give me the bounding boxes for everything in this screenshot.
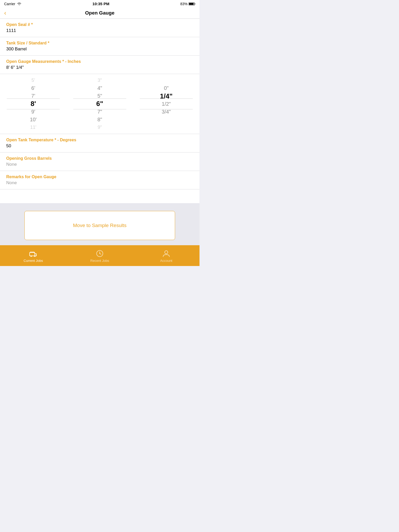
content-area: Open Seal # * 1111 Tank Size / Standard … <box>0 19 200 203</box>
tab-recent-jobs[interactable]: Recent Jobs <box>66 249 133 263</box>
picker-inches-6[interactable]: 6" <box>66 100 133 108</box>
picker-inches-8[interactable]: 8" <box>66 116 133 123</box>
gross-barrels-value: None <box>6 162 193 167</box>
open-gauge-measurements-value: 8' 6" 1/4" <box>6 65 193 70</box>
account-label: Account <box>160 259 172 263</box>
picker-quarter-empty2 <box>133 116 200 123</box>
remarks-field[interactable]: Remarks for Open Gauge None <box>0 171 200 189</box>
tank-size-field[interactable]: Tank Size / Standard * 300 Barrel <box>0 37 200 56</box>
svg-point-12 <box>99 253 100 254</box>
tank-size-label: Tank Size / Standard * <box>6 41 193 45</box>
open-seal-field[interactable]: Open Seal # * 1111 <box>0 19 200 37</box>
wifi-icon <box>17 2 22 6</box>
svg-point-4 <box>31 255 32 257</box>
picker-feet-10[interactable]: 10' <box>0 116 66 123</box>
page-title: Open Gauge <box>4 10 195 16</box>
remarks-label: Remarks for Open Gauge <box>6 175 193 179</box>
picker-inches-5[interactable]: 5" <box>66 92 133 100</box>
svg-rect-1 <box>195 3 195 4</box>
picker-feet-9[interactable]: 9' <box>0 108 66 116</box>
open-gauge-measurements-label: Open Gauge Measurements * - Inches <box>6 59 193 64</box>
current-jobs-icon <box>29 249 37 258</box>
picker-quarter-34[interactable]: 3/4" <box>133 108 200 116</box>
picker-inches-9[interactable]: 9" <box>66 123 133 131</box>
open-seal-value: 1111 <box>6 28 193 33</box>
picker-feet-11[interactable]: 11' <box>0 123 66 131</box>
tank-size-value: 300 Barrel <box>6 46 193 52</box>
picker-feet-6[interactable]: 6' <box>0 84 66 92</box>
open-seal-label: Open Seal # * <box>6 22 193 27</box>
back-button[interactable]: ‹ <box>4 9 6 17</box>
picker-feet-column[interactable]: 5' 6' 7' 8' 9' 10' 11' <box>0 77 66 131</box>
picker-feet-8[interactable]: 8' <box>0 100 66 108</box>
temperature-field[interactable]: Open Tank Temperature * - Degrees 50 <box>0 134 200 152</box>
gross-barrels-field[interactable]: Opening Gross Barrels None <box>0 152 200 171</box>
picker-inches-column[interactable]: 3" 4" 5" 6" 7" 8" 9" <box>66 77 133 131</box>
picker-quarter-14[interactable]: 1/4" <box>133 92 200 100</box>
svg-point-5 <box>34 255 36 257</box>
move-to-sample-results-button[interactable]: Move to Sample Results <box>24 211 175 240</box>
nav-bar: ‹ Open Gauge <box>0 8 200 19</box>
battery-icon <box>189 2 195 6</box>
tab-current-jobs[interactable]: Current Jobs <box>0 249 66 263</box>
account-icon <box>162 249 170 258</box>
open-gauge-measurements-field[interactable]: Open Gauge Measurements * - Inches 8' 6"… <box>0 56 200 74</box>
tab-account[interactable]: Account <box>133 249 200 263</box>
picker-quarter-empty <box>133 77 200 84</box>
current-jobs-label: Current Jobs <box>24 259 43 263</box>
svg-point-13 <box>165 251 168 254</box>
picker-inches-4[interactable]: 4" <box>66 84 133 92</box>
picker-quarter-empty3 <box>133 123 200 131</box>
picker-feet-5[interactable]: 5' <box>0 77 66 84</box>
recent-jobs-icon <box>96 249 104 258</box>
picker-quarter-12[interactable]: 1/2" <box>133 100 200 108</box>
action-area: Move to Sample Results <box>0 203 200 245</box>
temperature-label: Open Tank Temperature * - Degrees <box>6 138 193 142</box>
recent-jobs-label: Recent Jobs <box>90 259 109 263</box>
temperature-value: 50 <box>6 143 193 149</box>
status-carrier: Carrier <box>4 2 22 6</box>
picker-feet-7[interactable]: 7' <box>0 92 66 100</box>
status-time: 10:35 PM <box>92 2 109 6</box>
picker-quarter-column[interactable]: 0" 1/4" 1/2" 3/4" <box>133 77 200 131</box>
svg-rect-3 <box>30 252 35 256</box>
remarks-value: None <box>6 180 193 185</box>
gross-barrels-label: Opening Gross Barrels <box>6 156 193 161</box>
gauge-picker[interactable]: 5' 6' 7' 8' 9' 10' 11' 3" 4" 5" 6" 7" 8"… <box>0 74 200 134</box>
picker-quarter-0[interactable]: 0" <box>133 84 200 92</box>
status-battery: 83% <box>180 2 195 6</box>
tab-bar: Current Jobs Recent Jobs Account <box>0 245 200 266</box>
picker-inches-3[interactable]: 3" <box>66 77 133 84</box>
svg-rect-2 <box>189 3 194 5</box>
picker-inches-7[interactable]: 7" <box>66 108 133 116</box>
status-bar: Carrier 10:35 PM 83% <box>0 0 200 8</box>
